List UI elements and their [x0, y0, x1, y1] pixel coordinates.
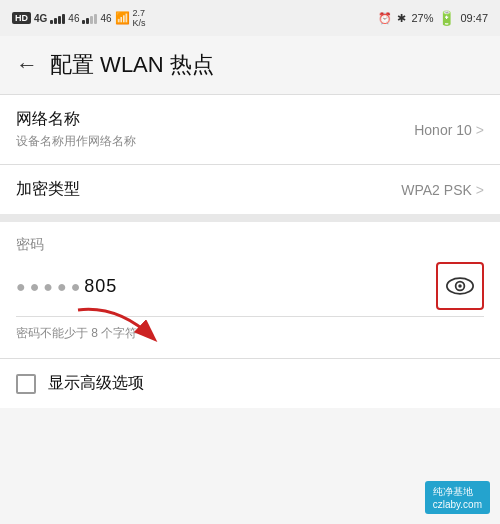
network-name-left: 网络名称 设备名称用作网络名称 [16, 109, 414, 150]
advanced-options-row[interactable]: 显示高级选项 [0, 359, 500, 408]
network-name-section: 网络名称 设备名称用作网络名称 Honor 10 > [0, 95, 500, 164]
battery-icon: 🔋 [438, 10, 455, 26]
bluetooth-icon: ✱ [397, 12, 406, 25]
wifi-icon: 📶 [115, 11, 130, 25]
status-bar: HD 4G 46 46 📶 2.7K/s ⏰ ✱ 27% 🔋 09:47 [0, 0, 500, 36]
page-title: 配置 WLAN 热点 [50, 50, 214, 80]
password-label: 密码 [16, 236, 484, 254]
signal-46-1: 46 [68, 13, 79, 24]
hd-badge: HD [12, 12, 31, 24]
encryption-left: 加密类型 [16, 179, 401, 200]
encryption-label: 加密类型 [16, 179, 401, 200]
status-right: ⏰ ✱ 27% 🔋 09:47 [378, 10, 488, 26]
signal-bars-2 [82, 12, 97, 24]
password-section: 密码 ●●●●●805 密码不能少于 8 个字符 [0, 222, 500, 358]
watermark-url: czlaby.com [433, 499, 482, 510]
watermark: 纯净基地 czlaby.com [425, 481, 490, 514]
encryption-right: WPA2 PSK > [401, 182, 484, 198]
speed-indicator: 2.7K/s [133, 8, 146, 28]
network-name-label: 网络名称 [16, 109, 414, 130]
time-display: 09:47 [460, 12, 488, 24]
network-name-sublabel: 设备名称用作网络名称 [16, 133, 414, 150]
encryption-chevron: > [476, 182, 484, 198]
back-button[interactable]: ← [16, 54, 38, 76]
advanced-options-checkbox[interactable] [16, 374, 36, 394]
battery-level: 27% [411, 12, 433, 24]
network-name-row[interactable]: 网络名称 设备名称用作网络名称 Honor 10 > [0, 95, 500, 164]
password-hint: 密码不能少于 8 个字符 [16, 321, 484, 352]
network-name-value: Honor 10 [414, 122, 472, 138]
svg-point-2 [458, 284, 462, 288]
eye-icon [446, 276, 474, 296]
signal-bars-1 [50, 12, 65, 24]
encryption-value: WPA2 PSK [401, 182, 472, 198]
signal-4g-1: 4G [34, 13, 47, 24]
watermark-text: 纯净基地 [433, 486, 473, 497]
show-password-button[interactable] [436, 262, 484, 310]
encryption-row[interactable]: 加密类型 WPA2 PSK > [0, 165, 500, 214]
page-header: ← 配置 WLAN 热点 [0, 36, 500, 94]
advanced-options-label: 显示高级选项 [48, 373, 144, 394]
signal-46-2: 46 [100, 13, 111, 24]
network-name-right: Honor 10 > [414, 122, 484, 138]
password-row: ●●●●●805 [16, 262, 484, 317]
alarm-icon: ⏰ [378, 12, 392, 25]
password-masked: ●●●●● [16, 278, 84, 295]
status-left: HD 4G 46 46 📶 2.7K/s [12, 8, 146, 28]
password-visible: 805 [84, 276, 117, 296]
network-name-chevron: > [476, 122, 484, 138]
section-divider [0, 214, 500, 222]
password-input[interactable]: ●●●●●805 [16, 276, 436, 297]
